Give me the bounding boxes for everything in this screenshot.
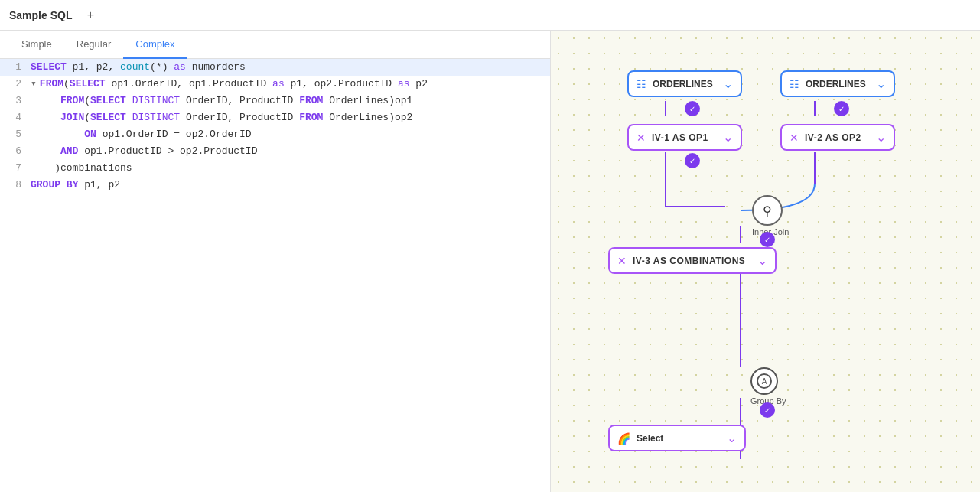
iv-op1-icon: ✕ xyxy=(637,132,646,144)
line-content-2: ▾FROM(SELECT op1.OrderID, op1.ProductID … xyxy=(31,77,550,92)
iv-op1-expand[interactable]: ⌄ xyxy=(723,130,733,145)
line-content-7: )combinations xyxy=(31,161,550,176)
orderlines-1-expand[interactable]: ⌄ xyxy=(723,77,733,91)
line-number-4: 4 xyxy=(0,110,31,125)
iv-op1-node[interactable]: ✕ IV-1 AS OP1 ⌄ xyxy=(627,124,742,151)
orderlines-1-node[interactable]: ☷ ORDERLINES ⌄ xyxy=(627,70,742,97)
connector-ol1: ✓ xyxy=(685,101,700,116)
connector-dot-iv1: ✓ xyxy=(685,153,700,168)
tab-bar: Simple Regular Complex xyxy=(0,31,550,59)
select-icon: 🌈 xyxy=(617,432,630,445)
title-bar: Sample SQL + xyxy=(0,0,980,31)
line-content-5: ON op1.OrderID = op2.OrderID xyxy=(31,127,550,142)
line-number-7: 7 xyxy=(0,161,31,176)
connector-iv1: ✓ xyxy=(685,153,700,168)
connector-dot-ol2: ✓ xyxy=(834,101,849,116)
line-number-2: 2 xyxy=(0,77,31,92)
sql-panel: Simple Regular Complex 1 SELECT p1, p2, … xyxy=(0,31,551,492)
connector-dot-ij: ✓ xyxy=(760,232,775,247)
line-number-6: 6 xyxy=(0,144,31,159)
iv-op2-node[interactable]: ✕ IV-2 AS OP2 ⌄ xyxy=(780,124,895,151)
tab-complex[interactable]: Complex xyxy=(123,31,187,59)
select-node[interactable]: 🌈 Select ⌄ xyxy=(608,425,746,451)
code-line-2: 2 ▾FROM(SELECT op1.OrderID, op1.ProductI… xyxy=(0,76,550,93)
tab-regular[interactable]: Regular xyxy=(64,31,124,59)
line-content-6: AND op1.ProductID > op2.ProductID xyxy=(31,144,550,159)
table-icon-2: ☷ xyxy=(790,78,799,90)
line-content-1: SELECT p1, p2, count(*) as numorders xyxy=(31,60,550,75)
svg-text:A: A xyxy=(762,377,767,386)
line-number-1: 1 xyxy=(0,60,31,75)
code-line-7: 7 )combinations xyxy=(0,160,550,177)
app-title: Sample SQL xyxy=(9,9,72,21)
line-number-5: 5 xyxy=(0,127,31,142)
group-by-icon: A xyxy=(756,373,773,389)
line-number-8: 8 xyxy=(0,178,31,193)
diagram-nodes: ☷ ORDERLINES ⌄ ☷ ORDERLINES ⌄ ✓ xyxy=(578,31,980,492)
select-expand[interactable]: ⌄ xyxy=(727,431,737,445)
diagram-panel: ☷ ORDERLINES ⌄ ☷ ORDERLINES ⌄ ✓ xyxy=(551,31,980,492)
iv-op2-icon: ✕ xyxy=(790,132,799,144)
iv-op1-label: IV-1 AS OP1 xyxy=(652,132,717,143)
line-content-4: JOIN(SELECT DISTINCT OrderID, ProductID … xyxy=(31,110,550,125)
add-tab-button[interactable]: + xyxy=(81,6,99,24)
inner-join-node[interactable]: ⚲ Inner Join xyxy=(752,195,789,236)
iv-op2-label: IV-2 AS OP2 xyxy=(805,132,870,143)
code-line-5: 5 ON op1.OrderID = op2.OrderID xyxy=(0,126,550,143)
iv-op2-expand[interactable]: ⌄ xyxy=(876,130,886,145)
app-container: Sample SQL + Simple Regular Complex 1 SE… xyxy=(0,0,980,492)
orderlines-2-node[interactable]: ☷ ORDERLINES ⌄ xyxy=(780,70,895,97)
orderlines-2-expand[interactable]: ⌄ xyxy=(876,77,886,91)
iv-comb-icon: ✕ xyxy=(617,255,627,267)
line-content-8: GROUP BY p1, p2 xyxy=(31,178,550,193)
connector-ij: ✓ xyxy=(760,232,775,247)
orderlines-2-label: ORDERLINES xyxy=(806,79,870,90)
group-by-node[interactable]: A Group By xyxy=(750,367,786,406)
code-editor: 1 SELECT p1, p2, count(*) as numorders 2… xyxy=(0,59,550,492)
code-line-1: 1 SELECT p1, p2, count(*) as numorders xyxy=(0,59,550,76)
code-line-6: 6 AND op1.ProductID > op2.ProductID xyxy=(0,143,550,160)
table-icon-1: ☷ xyxy=(637,78,646,90)
inner-join-icon: ⚲ xyxy=(763,204,772,218)
main-content: Simple Regular Complex 1 SELECT p1, p2, … xyxy=(0,31,980,492)
code-line-8: 8 GROUP BY p1, p2 xyxy=(0,177,550,194)
connector-gb: ✓ xyxy=(760,402,775,418)
iv-comb-node[interactable]: ✕ IV-3 AS COMBINATIONS ⌄ xyxy=(608,247,777,274)
connector-dot-ol1: ✓ xyxy=(685,101,700,116)
select-label: Select xyxy=(637,433,721,444)
orderlines-1-label: ORDERLINES xyxy=(653,79,717,90)
line-number-3: 3 xyxy=(0,93,31,109)
line-content-3: FROM(SELECT DISTINCT OrderID, ProductID … xyxy=(31,93,550,109)
iv-comb-label: IV-3 AS COMBINATIONS xyxy=(633,256,751,266)
code-line-4: 4 JOIN(SELECT DISTINCT OrderID, ProductI… xyxy=(0,109,550,126)
iv-comb-expand[interactable]: ⌄ xyxy=(757,253,767,268)
tab-simple[interactable]: Simple xyxy=(9,31,64,59)
connector-dot-gb: ✓ xyxy=(760,402,775,418)
connector-ol2: ✓ xyxy=(834,101,849,116)
code-line-3: 3 FROM(SELECT DISTINCT OrderID, ProductI… xyxy=(0,93,550,109)
